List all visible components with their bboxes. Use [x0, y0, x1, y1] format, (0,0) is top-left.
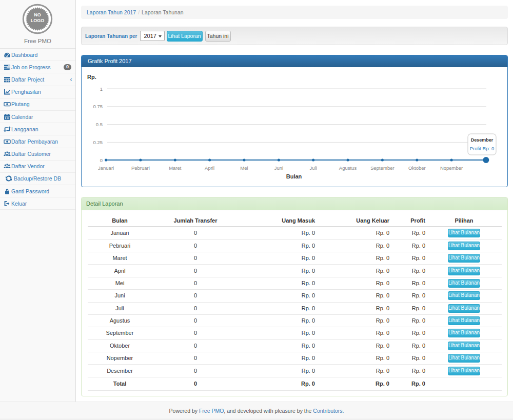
svg-text:0.5: 0.5 [96, 122, 103, 127]
svg-text:Maret: Maret [169, 165, 182, 171]
svg-text:Agustus: Agustus [339, 165, 357, 171]
svg-text:Bulan: Bulan [286, 173, 302, 179]
svg-text:Pebruari: Pebruari [131, 165, 150, 171]
svg-text:LOGO: LOGO [31, 18, 45, 23]
svg-text:Oktober: Oktober [408, 165, 426, 171]
svg-text:Nopember: Nopember [440, 165, 463, 171]
svg-text:Januari: Januari [98, 165, 114, 171]
svg-text:September: September [370, 165, 394, 171]
svg-text:0: 0 [100, 157, 103, 163]
svg-text:Juni: Juni [274, 165, 283, 171]
svg-text:Mei: Mei [240, 165, 248, 171]
svg-text:NO: NO [34, 12, 41, 17]
svg-text:1: 1 [100, 86, 103, 92]
svg-text:April: April [205, 165, 214, 171]
svg-text:0.25: 0.25 [93, 139, 103, 145]
svg-text:Juli: Juli [310, 165, 317, 171]
svg-text:Desember: Desember [471, 137, 494, 143]
svg-text:0.75: 0.75 [93, 104, 103, 109]
svg-text:Profit Rp: 0: Profit Rp: 0 [470, 146, 495, 151]
svg-text:Rp.: Rp. [87, 74, 96, 80]
